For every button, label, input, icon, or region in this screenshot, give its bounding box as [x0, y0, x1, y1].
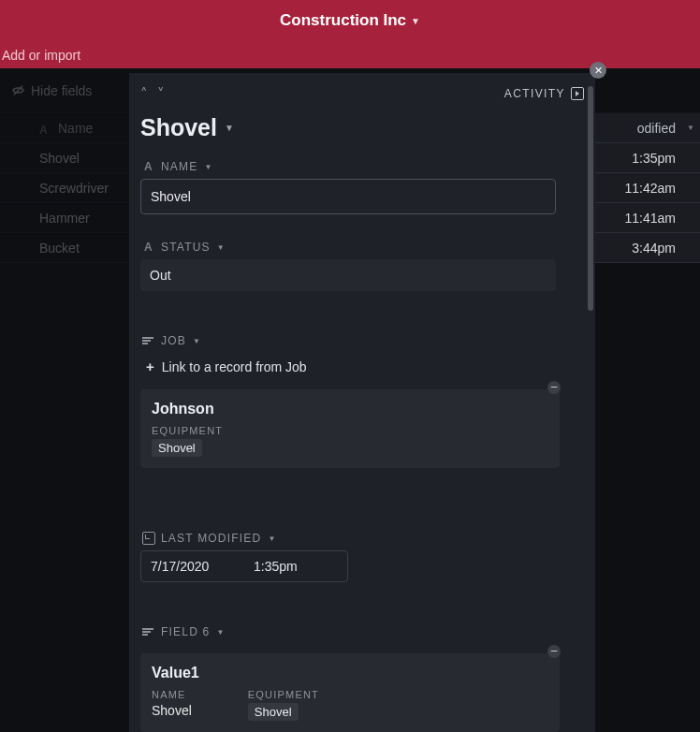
field-menu-caret-icon: ▼ — [216, 628, 225, 637]
text-field-icon — [142, 241, 155, 254]
field-menu-caret-icon: ▼ — [193, 337, 201, 345]
close-icon[interactable]: ✕ — [590, 62, 606, 79]
hide-fields-button[interactable]: Hide fields — [11, 83, 92, 98]
record-title[interactable]: Shovel ▼ — [139, 109, 586, 154]
field-label-text: FIELD 6 — [161, 625, 210, 638]
linked-record-card[interactable]: – Johnson EQUIPMENT Shovel — [140, 389, 560, 468]
prev-record-icon[interactable]: ˄ — [140, 85, 148, 102]
workspace-name: Construction Inc — [280, 11, 406, 30]
cell-name: Screwdriver — [39, 181, 109, 196]
activity-toggle[interactable]: ACTIVITY — [504, 87, 584, 100]
record-detail-panel: ˄ ˅ ACTIVITY Shovel ▼ NAME ▼ STATUS ▼ Ou… — [129, 73, 595, 732]
status-value[interactable]: Out — [140, 259, 556, 291]
panel-nav: ˄ ˅ ACTIVITY — [139, 82, 586, 109]
field-label-name[interactable]: NAME ▼ — [139, 154, 586, 179]
link-record-button[interactable]: + Link to a record from Job — [139, 353, 314, 380]
linked-field-icon — [142, 334, 155, 347]
name-input[interactable] — [140, 179, 556, 214]
link-record-label: Link to a record from Job — [162, 359, 307, 374]
cell-name: Shovel — [39, 151, 80, 166]
field-label-text: STATUS — [161, 241, 211, 254]
record-title-text: Shovel — [140, 114, 217, 141]
field-menu-caret-icon: ▼ — [204, 163, 212, 171]
field-label-field6[interactable]: FIELD 6 ▼ — [139, 620, 586, 644]
cell-time: 11:42am — [625, 181, 676, 196]
linked-field-icon — [142, 625, 155, 638]
unlink-icon[interactable]: – — [547, 381, 561, 394]
linked-col-label: EQUIPMENT — [248, 689, 319, 700]
last-modified-icon — [142, 532, 155, 545]
text-field-icon — [39, 122, 52, 135]
activity-label: ACTIVITY — [504, 87, 565, 100]
cell-time: 11:41am — [625, 211, 676, 226]
unlink-icon[interactable]: – — [547, 645, 561, 658]
field-label-last-modified[interactable]: LAST MODIFIED ▼ — [139, 526, 586, 550]
activity-expand-icon — [571, 87, 584, 100]
linked-sub-label: EQUIPMENT — [152, 425, 548, 436]
field-menu-caret-icon: ▼ — [268, 534, 276, 543]
cell-time: 1:35pm — [632, 151, 676, 166]
hide-fields-icon — [11, 83, 25, 97]
cell-name: Hammer — [39, 211, 90, 226]
last-modified-date: 7/17/2020 — [141, 551, 244, 581]
linked-record-title: Johnson — [152, 401, 548, 417]
column-menu-caret-icon[interactable]: ▼ — [687, 124, 694, 132]
cell-name: Bucket — [39, 241, 80, 256]
linked-sub-value: Shovel — [152, 439, 202, 457]
next-record-icon[interactable]: ˅ — [157, 85, 165, 102]
hide-fields-label: Hide fields — [31, 83, 92, 98]
field-label-job[interactable]: JOB ▼ — [139, 329, 586, 353]
scrollbar-thumb[interactable] — [588, 86, 593, 311]
cell-time: 3:44pm — [632, 241, 676, 256]
workspace-title[interactable]: Construction Inc ▼ — [280, 11, 420, 30]
add-or-import-button[interactable]: Add or import — [2, 48, 80, 63]
field-label-text: JOB — [161, 334, 186, 347]
last-modified-time: 1:35pm — [244, 551, 307, 581]
grid-right-edge: odified▼ 1:35pm 11:42am 11:41am 3:44pm — [595, 113, 700, 263]
linked-col-value: Shovel — [152, 703, 192, 718]
last-modified-value: 7/17/2020 1:35pm — [140, 550, 348, 582]
linked-col-label: NAME — [152, 689, 192, 700]
field-label-text: LAST MODIFIED — [161, 532, 261, 545]
dropdown-caret-icon: ▼ — [411, 16, 420, 26]
plus-icon: + — [146, 359, 154, 374]
field-label-status[interactable]: STATUS ▼ — [139, 235, 586, 259]
field-menu-caret-icon: ▼ — [217, 243, 226, 252]
app-header: Construction Inc ▼ Add or import — [0, 0, 700, 68]
linked-record-card[interactable]: – Value1 NAME Shovel EQUIPMENT Shovel — [140, 653, 560, 732]
text-field-icon — [142, 160, 155, 173]
linked-col-value: Shovel — [248, 703, 299, 721]
field-label-text: NAME — [161, 160, 197, 173]
svg-line-0 — [14, 86, 22, 95]
column-modified-partial: odified — [637, 121, 676, 136]
linked-record-title: Value1 — [152, 665, 548, 681]
column-name: Name — [58, 121, 93, 136]
record-menu-caret-icon: ▼ — [225, 123, 234, 133]
